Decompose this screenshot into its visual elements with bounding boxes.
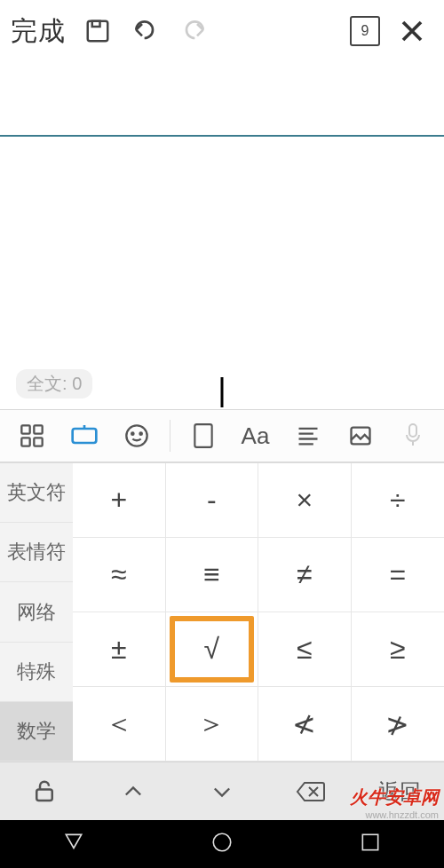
- svg-rect-6: [72, 429, 96, 443]
- svg-point-7: [126, 425, 147, 446]
- emoji-face-icon[interactable]: [117, 416, 156, 455]
- close-icon[interactable]: [396, 15, 428, 47]
- title-input[interactable]: [0, 62, 444, 137]
- collapse-up-icon[interactable]: [89, 779, 178, 804]
- wordcount-badge: 全文: 0: [16, 369, 92, 398]
- svg-rect-10: [194, 424, 211, 447]
- symbol-key[interactable]: ≮: [258, 687, 352, 761]
- android-navbar: [0, 820, 444, 868]
- lock-icon[interactable]: [0, 778, 89, 805]
- svg-rect-13: [36, 789, 52, 801]
- symbol-keyboard: 英文符表情符网络特殊数学 +-×÷≈≡≠=±√≤≥＜＞≮≯: [0, 462, 444, 761]
- symbol-key[interactable]: ≤: [258, 612, 352, 687]
- redo-icon: [178, 15, 210, 47]
- svg-point-14: [213, 833, 231, 851]
- svg-rect-12: [409, 424, 416, 437]
- divider: [170, 420, 170, 452]
- symbol-key[interactable]: ÷: [352, 463, 445, 538]
- symbol-key[interactable]: ≯: [352, 687, 445, 761]
- layout-icon[interactable]: [184, 416, 223, 455]
- undo-icon[interactable]: [130, 15, 162, 47]
- symbol-key[interactable]: ±: [73, 612, 166, 687]
- svg-rect-1: [92, 21, 100, 27]
- save-icon[interactable]: [82, 15, 114, 47]
- svg-point-8: [131, 433, 133, 435]
- font-icon[interactable]: Aa: [236, 416, 275, 455]
- category-2[interactable]: 网络: [0, 582, 73, 642]
- symbol-key[interactable]: +: [73, 463, 166, 538]
- nav-recent-icon[interactable]: [359, 831, 382, 857]
- symbol-key[interactable]: ＜: [73, 687, 166, 761]
- category-1[interactable]: 表情符: [0, 523, 73, 582]
- symbol-key[interactable]: =: [352, 538, 445, 612]
- done-button[interactable]: 完成: [11, 13, 66, 50]
- svg-rect-2: [21, 425, 29, 433]
- symbol-key[interactable]: ＞: [166, 687, 259, 761]
- mic-icon: [393, 416, 432, 455]
- svg-rect-0: [88, 21, 108, 42]
- svg-rect-4: [21, 438, 29, 446]
- text-caret: [221, 377, 224, 407]
- align-icon[interactable]: [289, 416, 328, 455]
- nav-home-icon[interactable]: [210, 831, 234, 857]
- symbol-key[interactable]: ≥: [352, 612, 445, 687]
- grid-icon[interactable]: [12, 416, 52, 455]
- symbol-key[interactable]: ×: [258, 463, 352, 538]
- svg-point-9: [139, 433, 141, 435]
- symbol-key[interactable]: -: [166, 463, 259, 538]
- expand-down-icon[interactable]: [178, 779, 266, 804]
- keyboard-icon[interactable]: [65, 416, 104, 455]
- symbol-key[interactable]: ≠: [258, 538, 352, 612]
- category-4[interactable]: 数学: [0, 702, 73, 761]
- category-0[interactable]: 英文符: [0, 463, 73, 523]
- svg-rect-3: [34, 425, 42, 433]
- image-icon[interactable]: [341, 416, 380, 455]
- watermark: 火牛安卓网 www.hnzzdt.com: [350, 785, 439, 820]
- category-3[interactable]: 特殊: [0, 643, 73, 702]
- svg-rect-15: [362, 834, 377, 849]
- symbol-key[interactable]: ≡: [166, 538, 259, 612]
- backspace-icon[interactable]: [266, 780, 355, 803]
- editor-body[interactable]: 全文: 0: [0, 137, 444, 409]
- nav-back-icon[interactable]: [62, 831, 85, 857]
- symbol-key[interactable]: ≈: [73, 538, 166, 612]
- page-count-button[interactable]: 9: [350, 16, 380, 46]
- svg-rect-5: [34, 438, 42, 446]
- symbol-key[interactable]: √: [166, 612, 259, 687]
